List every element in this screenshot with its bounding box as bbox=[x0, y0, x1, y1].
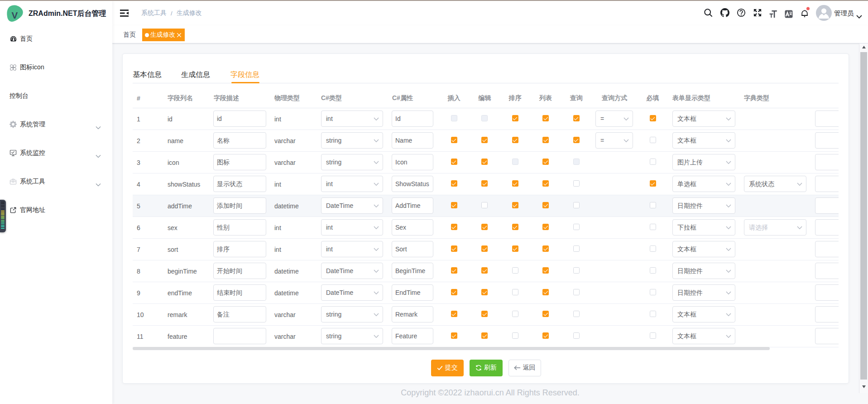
sort-checked-checkbox[interactable] bbox=[512, 115, 518, 121]
query-checkbox[interactable] bbox=[573, 332, 580, 339]
list-checked-checkbox[interactable] bbox=[542, 202, 549, 208]
required-checkbox[interactable] bbox=[650, 267, 656, 274]
submit-button[interactable]: 提交 bbox=[431, 360, 464, 376]
sidebar-item-system-manage[interactable]: 系统管理 bbox=[0, 110, 112, 139]
field-desc-input[interactable]: id bbox=[213, 111, 266, 127]
list-checked-checkbox[interactable] bbox=[542, 245, 549, 252]
tab-生成信息[interactable]: 生成信息 bbox=[181, 71, 210, 78]
list-checked-checkbox[interactable] bbox=[542, 180, 549, 187]
extra-input[interactable] bbox=[815, 284, 839, 301]
sidebar-item-system-monitor[interactable]: 系统监控 bbox=[0, 139, 112, 167]
sidebar-item-home[interactable]: 首页 bbox=[0, 24, 112, 53]
edit-checked-checkbox[interactable] bbox=[481, 332, 488, 339]
edit-checked-checkbox[interactable] bbox=[481, 180, 488, 187]
field-desc-input[interactable]: 添加时间 bbox=[213, 197, 266, 214]
field-desc-input[interactable]: 结束时间 bbox=[213, 284, 266, 301]
list-checked-checkbox[interactable] bbox=[542, 159, 549, 165]
extra-input[interactable] bbox=[815, 263, 839, 279]
field-desc-input[interactable]: 备注 bbox=[213, 306, 266, 322]
extra-input[interactable] bbox=[815, 154, 839, 170]
csharp-type-select[interactable]: string bbox=[321, 154, 383, 170]
vertical-scrollbar-thumb[interactable] bbox=[860, 52, 867, 380]
display-type-select[interactable]: 文本框 bbox=[672, 241, 735, 257]
scroll-down-arrow-icon[interactable] bbox=[862, 385, 866, 388]
tag-item[interactable]: 首页 bbox=[120, 29, 139, 41]
edit-checked-checkbox[interactable] bbox=[481, 245, 488, 252]
csharp-attr-input[interactable]: AddTime bbox=[392, 197, 433, 214]
extra-input[interactable] bbox=[815, 197, 839, 214]
field-desc-input[interactable]: 开始时间 bbox=[213, 263, 266, 279]
tag-active[interactable]: 生成修改 bbox=[142, 29, 185, 41]
breadcrumb-item[interactable]: 系统工具 bbox=[141, 9, 167, 17]
display-type-select[interactable]: 文本框 bbox=[672, 328, 735, 344]
display-type-select[interactable]: 文本框 bbox=[672, 111, 735, 127]
csharp-attr-input[interactable]: Sex bbox=[392, 219, 433, 236]
insert-checked-checkbox[interactable] bbox=[451, 137, 457, 143]
required-checkbox[interactable] bbox=[650, 245, 656, 252]
csharp-type-select[interactable]: string bbox=[321, 306, 383, 322]
refresh-button[interactable]: 刷新 bbox=[470, 360, 503, 376]
field-desc-input[interactable]: 排序 bbox=[213, 241, 266, 257]
insert-checked-checkbox[interactable] bbox=[451, 180, 457, 187]
scroll-up-arrow-icon[interactable] bbox=[862, 46, 866, 48]
query-checked-checkbox[interactable] bbox=[573, 137, 580, 143]
csharp-type-select[interactable]: string bbox=[321, 328, 383, 344]
display-type-select[interactable]: 文本框 bbox=[672, 132, 735, 149]
csharp-attr-input[interactable]: Remark bbox=[392, 306, 433, 322]
insert-checked-checkbox[interactable] bbox=[451, 267, 457, 274]
sidebar-item-website[interactable]: 官网地址 bbox=[0, 196, 112, 224]
query-checkbox[interactable] bbox=[573, 267, 580, 274]
csharp-type-select[interactable]: int bbox=[321, 241, 383, 257]
sort-checkbox[interactable] bbox=[512, 267, 518, 274]
csharp-attr-input[interactable]: ShowStatus bbox=[392, 176, 433, 192]
display-type-select[interactable]: 单选框 bbox=[672, 176, 735, 192]
font-size-icon[interactable] bbox=[769, 10, 777, 18]
list-checked-checkbox[interactable] bbox=[542, 311, 549, 317]
csharp-type-select[interactable]: int bbox=[321, 219, 383, 236]
csharp-type-select[interactable]: int bbox=[321, 111, 383, 127]
required-checkbox[interactable] bbox=[650, 311, 656, 317]
csharp-type-select[interactable]: DateTime bbox=[321, 197, 383, 214]
extra-input[interactable] bbox=[815, 219, 839, 236]
edit-checked-checkbox[interactable] bbox=[481, 289, 488, 295]
display-type-select[interactable]: 日期控件 bbox=[672, 263, 735, 279]
query-checkbox[interactable] bbox=[573, 202, 580, 208]
display-type-select[interactable]: 图片上传 bbox=[672, 154, 735, 170]
list-checked-checkbox[interactable] bbox=[542, 267, 549, 274]
query-mode-select[interactable]: = bbox=[595, 111, 633, 127]
close-icon[interactable] bbox=[177, 32, 182, 38]
search-icon[interactable] bbox=[704, 9, 713, 17]
display-type-select[interactable]: 下拉框 bbox=[672, 219, 735, 236]
extra-input[interactable] bbox=[815, 241, 839, 257]
list-checked-checkbox[interactable] bbox=[542, 115, 549, 121]
display-type-select[interactable]: 日期控件 bbox=[672, 284, 735, 301]
left-edge-widget[interactable] bbox=[0, 200, 6, 232]
sort-checked-checkbox[interactable] bbox=[512, 180, 518, 187]
translate-icon[interactable] bbox=[785, 10, 793, 18]
field-desc-input[interactable]: 显示状态 bbox=[213, 176, 266, 192]
sidebar-item-console[interactable]: 控制台 bbox=[0, 82, 112, 110]
list-checked-checkbox[interactable] bbox=[542, 289, 549, 295]
csharp-type-select[interactable]: string bbox=[321, 132, 383, 149]
list-checked-checkbox[interactable] bbox=[542, 332, 549, 339]
csharp-attr-input[interactable]: Feature bbox=[392, 328, 433, 344]
tab-字段信息[interactable]: 字段信息 bbox=[230, 71, 259, 78]
query-checked-checkbox[interactable] bbox=[573, 115, 580, 121]
required-checkbox[interactable] bbox=[650, 159, 656, 165]
csharp-attr-input[interactable]: EndTime bbox=[392, 284, 433, 301]
csharp-attr-input[interactable]: Name bbox=[392, 132, 433, 149]
bell-icon[interactable] bbox=[801, 10, 809, 18]
csharp-type-select[interactable]: DateTime bbox=[321, 263, 383, 279]
sidebar-collapse-icon[interactable] bbox=[120, 9, 129, 17]
field-desc-input[interactable]: 图标 bbox=[213, 154, 266, 170]
query-mode-select[interactable]: = bbox=[595, 132, 633, 149]
required-checkbox[interactable] bbox=[650, 332, 656, 339]
insert-checked-checkbox[interactable] bbox=[451, 202, 457, 208]
github-icon[interactable] bbox=[720, 8, 729, 17]
sort-checked-checkbox[interactable] bbox=[512, 137, 518, 143]
vertical-scrollbar[interactable] bbox=[859, 43, 868, 393]
query-checkbox[interactable] bbox=[573, 245, 580, 252]
query-checkbox[interactable] bbox=[573, 224, 580, 230]
sidebar-logo[interactable]: V ZRAdmin.NET后台管理 bbox=[0, 1, 112, 25]
back-button[interactable]: 返回 bbox=[508, 360, 541, 376]
